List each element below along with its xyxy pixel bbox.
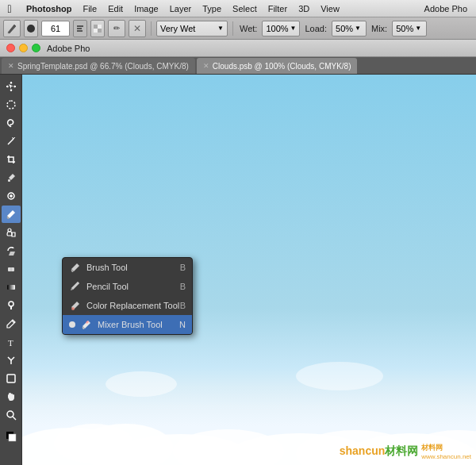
separator-2 [232, 21, 233, 36]
tab-0[interactable]: ✕ SpringTemplate.psd @ 66.7% (Clouds, CM… [2, 58, 195, 74]
tool-text[interactable]: T [2, 333, 21, 351]
menu-item-color-replace-label: Color Replacement Tool [86, 301, 179, 310]
menu-item-pencil[interactable]: Pencil Tool B [63, 277, 192, 296]
menu-item-mixer-brush[interactable]: Mixer Brush Tool N [63, 315, 192, 334]
app-menu-type[interactable]: Type [197, 2, 227, 15]
close-button[interactable] [6, 44, 15, 52]
options-bar: ✏ ✕ Very Wet ▼ Wet: 100% ▼ Load: 50% ▼ M… [0, 17, 476, 40]
color-replace-tool-icon [69, 300, 82, 311]
tool-brush[interactable] [2, 206, 21, 223]
svg-rect-1 [77, 25, 83, 27]
watermark: shancun材料网 材料网 www.shancun.net [340, 443, 471, 460]
tool-move[interactable] [2, 78, 21, 95]
tool-marquee[interactable] [2, 96, 21, 113]
brush-cross-icon[interactable]: ✕ [129, 20, 146, 37]
tool-eyedropper[interactable] [2, 169, 21, 186]
app-menu-file[interactable]: File [77, 2, 102, 15]
svg-rect-6 [98, 25, 102, 29]
menu-item-brush[interactable]: Brush Tool B [63, 258, 192, 277]
load-label: Load: [305, 24, 327, 33]
tool-history-brush[interactable] [2, 242, 21, 259]
tool-pen[interactable] [2, 315, 21, 332]
preset-dropdown-arrow: ▼ [217, 25, 224, 32]
svg-point-14 [8, 229, 11, 232]
app-menu-select[interactable]: Select [227, 2, 263, 15]
tool-spot-heal[interactable] [2, 187, 21, 205]
tab-0-close[interactable]: ✕ [8, 62, 14, 70]
app-menu-3d[interactable]: 3D [293, 2, 315, 15]
svg-rect-10 [8, 179, 10, 182]
separator-1 [151, 21, 152, 36]
app-title: Adobe Pho [419, 2, 473, 15]
current-tool-icon[interactable] [3, 20, 21, 37]
pencil-tool-icon [69, 281, 82, 292]
app-menu-view[interactable]: View [315, 2, 345, 15]
app-menu-filter[interactable]: Filter [263, 2, 293, 15]
menu-item-mixer-brush-label: Mixer Brush Tool [98, 320, 163, 329]
wet-label: Wet: [240, 24, 257, 33]
tab-1-close[interactable]: ✕ [203, 62, 209, 70]
menu-item-color-replace[interactable]: Color Replacement Tool B [63, 296, 192, 315]
menu-item-mixer-brush-shortcut: N [179, 320, 186, 329]
window-title: Adobe Pho [47, 44, 90, 53]
app-menu-image[interactable]: Image [129, 2, 164, 15]
tool-gradient[interactable] [2, 279, 21, 296]
app-menu-edit[interactable]: Edit [102, 2, 129, 15]
tool-clone-stamp[interactable] [2, 224, 21, 241]
tool-shape[interactable] [2, 370, 21, 387]
brush-preset-dropdown[interactable]: Very Wet ▼ [156, 21, 228, 37]
load-value-dropdown[interactable]: 50% ▼ [332, 21, 367, 37]
tab-1[interactable]: ✕ Clouds.psb @ 100% (Clouds, CMYK/8) [197, 58, 358, 74]
watermark-line2: www.shancun.net [421, 453, 471, 460]
tool-path-select[interactable] [2, 352, 21, 369]
menu-item-brush-shortcut: B [180, 263, 186, 272]
context-menu: Brush Tool B Pencil Tool B [62, 257, 193, 335]
tab-0-label: SpringTemplate.psd @ 66.7% (Clouds, CMYK… [17, 62, 189, 71]
maximize-button[interactable] [32, 44, 40, 52]
svg-rect-2 [77, 28, 82, 29]
tool-lasso[interactable] [2, 114, 21, 132]
tool-eraser[interactable] [2, 260, 21, 278]
brush-size-input[interactable] [41, 21, 70, 37]
wet-value-dropdown[interactable]: 100% ▼ [262, 21, 300, 37]
app-menu-layer[interactable]: Layer [164, 2, 198, 15]
watermark-line1: 材料网 [421, 443, 443, 453]
tool-colors[interactable] [2, 428, 21, 445]
svg-line-23 [13, 417, 16, 420]
tool-magic-wand[interactable] [2, 133, 21, 150]
svg-point-36 [296, 362, 383, 390]
brush-tip-icon[interactable] [24, 20, 38, 37]
tool-dodge[interactable] [2, 297, 21, 314]
tool-crop[interactable] [2, 151, 21, 168]
menu-item-pencil-label: Pencil Tool [86, 282, 129, 291]
brush-checkerboard-icon[interactable] [90, 20, 105, 37]
watermark-text: shancun材料网 [340, 444, 419, 459]
mixer-brush-selected-bullet [69, 321, 75, 328]
svg-rect-5 [98, 29, 102, 33]
svg-point-18 [9, 302, 13, 306]
load-dropdown-arrow: ▼ [355, 25, 361, 32]
window-controls [6, 44, 40, 52]
tool-zoom[interactable] [2, 406, 21, 424]
app-menu-photoshop[interactable]: Photoshop [21, 2, 77, 15]
svg-rect-4 [94, 25, 98, 29]
svg-rect-3 [77, 30, 83, 32]
menu-item-pencil-shortcut: B [180, 282, 186, 291]
apple-menu[interactable]:  [3, 2, 16, 15]
brush-pen-icon[interactable]: ✏ [108, 20, 125, 37]
mix-value-dropdown[interactable]: 50% ▼ [392, 21, 427, 37]
tab-1-label: Clouds.psb @ 100% (Clouds, CMYK/8) [213, 62, 351, 71]
svg-rect-25 [9, 434, 16, 441]
preset-label: Very Wet [160, 24, 195, 33]
menu-item-brush-label: Brush Tool [86, 263, 128, 272]
mix-dropdown-arrow: ▼ [415, 25, 421, 32]
menubar:  Photoshop File Edit Image Layer Type S… [0, 0, 476, 17]
tool-hand[interactable] [2, 388, 21, 405]
minimize-button[interactable] [19, 44, 28, 52]
svg-point-0 [27, 25, 35, 33]
brush-settings-icon[interactable] [73, 20, 87, 37]
svg-point-37 [71, 307, 75, 310]
canvas-area: Brush Tool B Pencil Tool B [22, 75, 476, 465]
svg-point-22 [7, 411, 13, 417]
svg-rect-8 [7, 101, 15, 109]
